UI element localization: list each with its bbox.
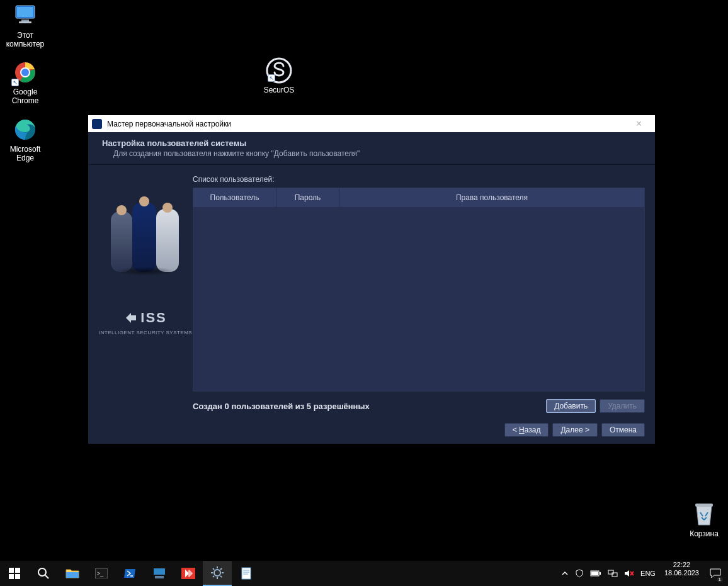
- brand-arrow-icon: [124, 311, 138, 325]
- svg-rect-39: [612, 573, 617, 577]
- svg-line-29: [220, 568, 222, 570]
- add-user-button[interactable]: Добавить: [546, 399, 596, 413]
- server-manager-icon: [153, 568, 166, 579]
- table-header-row: Пользователь Пароль Права пользователя: [193, 188, 644, 207]
- folder-icon: [65, 568, 79, 579]
- tray-chevron-up-icon[interactable]: [561, 570, 569, 577]
- recycle-bin-icon: [690, 500, 718, 528]
- delete-user-button: Удалить: [600, 399, 645, 413]
- user-table: Пользователь Пароль Права пользователя: [193, 188, 645, 392]
- system-tray: ENG: [556, 561, 661, 586]
- titlebar[interactable]: Мастер первоначальной настройки ✕: [88, 115, 655, 132]
- back-button[interactable]: < Назад: [504, 423, 549, 437]
- svg-line-27: [213, 568, 214, 570]
- svg-rect-38: [608, 570, 613, 574]
- desktop-icon-recycle-bin[interactable]: Корзина: [680, 500, 728, 538]
- svg-point-22: [214, 570, 220, 576]
- next-button[interactable]: Далее >: [552, 423, 598, 437]
- svg-rect-20: [155, 576, 164, 578]
- taskbar-app-server-manager[interactable]: [145, 561, 174, 586]
- svg-line-30: [213, 576, 214, 577]
- search-button[interactable]: [29, 561, 58, 586]
- column-header-password[interactable]: Пароль: [276, 188, 339, 207]
- app-icon: [92, 119, 102, 129]
- taskbar-app-anydesk[interactable]: [174, 561, 203, 586]
- taskbar-app-explorer[interactable]: [58, 561, 87, 586]
- column-header-user[interactable]: Пользователь: [193, 188, 276, 207]
- window-title: Мастер первоначальной настройки: [107, 120, 626, 128]
- brand-text: ISS: [140, 310, 166, 326]
- desktop-icon-label: Корзина: [680, 529, 728, 538]
- svg-point-14: [38, 568, 46, 576]
- svg-rect-37: [591, 572, 598, 575]
- shortcut-overlay-icon: [11, 79, 19, 86]
- svg-line-15: [45, 575, 48, 578]
- svg-point-6: [21, 69, 29, 76]
- desktop-icon-this-pc[interactable]: Этот компьютер: [1, 2, 49, 48]
- desktop-icon-securos[interactable]: SecurOS: [255, 57, 303, 94]
- svg-rect-13: [15, 574, 20, 579]
- user-list-label: Список пользователей:: [193, 175, 645, 184]
- desktop-icon-chrome[interactable]: Google Chrome: [1, 59, 49, 105]
- tray-volume-muted-icon[interactable]: [624, 569, 634, 578]
- wizard-footer: < Назад Далее > Отмена: [88, 417, 655, 446]
- svg-rect-16: [66, 572, 79, 578]
- action-center-button[interactable]: 1: [703, 561, 728, 586]
- search-icon: [37, 567, 50, 580]
- tray-language-indicator[interactable]: ENG: [640, 570, 656, 577]
- wizard-subheading: Для создания пользователя нажмите кнопку…: [113, 149, 641, 158]
- column-header-rights[interactable]: Права пользователя: [339, 188, 644, 207]
- notification-badge: 1: [717, 577, 723, 582]
- desktop-icon-label: Microsoft Edge: [1, 145, 49, 162]
- cancel-button[interactable]: Отмена: [601, 423, 645, 437]
- people-illustration: [111, 190, 180, 272]
- taskbar-app-cmd[interactable]: >_: [87, 561, 116, 586]
- tray-network-icon[interactable]: [608, 569, 618, 578]
- close-button[interactable]: ✕: [626, 115, 651, 132]
- brand-tagline: INTELLIGENT SECURITY SYSTEMS: [99, 330, 192, 335]
- desktop-icon-label: SecurOS: [255, 86, 303, 94]
- users-status-text: Создан 0 пользователей из 5 разрешённых: [193, 402, 542, 411]
- svg-rect-10: [9, 568, 14, 573]
- svg-rect-3: [19, 21, 31, 23]
- tray-security-icon[interactable]: [575, 569, 584, 578]
- table-body-empty: [193, 207, 644, 391]
- taskbar: >_: [0, 561, 728, 586]
- gear-icon: [211, 566, 224, 579]
- svg-rect-11: [15, 568, 20, 573]
- start-button[interactable]: [0, 561, 29, 586]
- desktop-icon-edge[interactable]: Microsoft Edge: [1, 116, 49, 162]
- desktop-icon-label: Google Chrome: [1, 87, 49, 105]
- monitor-icon: [11, 2, 39, 30]
- anydesk-icon: [181, 568, 195, 579]
- brand-logo: ISS: [124, 310, 166, 326]
- desktop-icon-label: Этот компьютер: [1, 31, 49, 48]
- wizard-side-panel: ISS INTELLIGENT SECURITY SYSTEMS: [98, 175, 193, 413]
- svg-rect-19: [154, 568, 165, 575]
- svg-rect-36: [600, 572, 601, 575]
- notepad-icon: [241, 567, 252, 580]
- button-label: Добавить: [554, 402, 588, 410]
- wizard-window: Мастер первоначальной настройки ✕ Настро…: [88, 115, 655, 444]
- clock-date: 18.06.2023: [664, 569, 699, 577]
- svg-rect-12: [9, 574, 14, 579]
- tray-battery-icon[interactable]: [590, 570, 601, 577]
- svg-text:>_: >_: [97, 570, 104, 577]
- wizard-heading: Настройка пользователей системы: [102, 138, 641, 148]
- svg-rect-31: [242, 568, 251, 579]
- shortcut-overlay-icon: [268, 74, 275, 82]
- button-label: Отмена: [610, 425, 637, 434]
- button-label: Удалить: [608, 402, 637, 410]
- taskbar-app-notepad[interactable]: [232, 561, 261, 586]
- taskbar-clock[interactable]: 22:22 18.06.2023: [661, 561, 703, 586]
- wizard-header: Настройка пользователей системы Для созд…: [88, 132, 655, 165]
- svg-rect-2: [21, 20, 29, 21]
- taskbar-app-securos-wizard[interactable]: [203, 561, 232, 586]
- taskbar-app-powershell[interactable]: [116, 561, 145, 586]
- svg-rect-9: [695, 504, 713, 507]
- close-icon: ✕: [635, 119, 642, 128]
- clock-time: 22:22: [664, 561, 699, 569]
- powershell-icon: [124, 568, 137, 579]
- edge-icon: [11, 116, 39, 144]
- terminal-icon: >_: [95, 568, 108, 578]
